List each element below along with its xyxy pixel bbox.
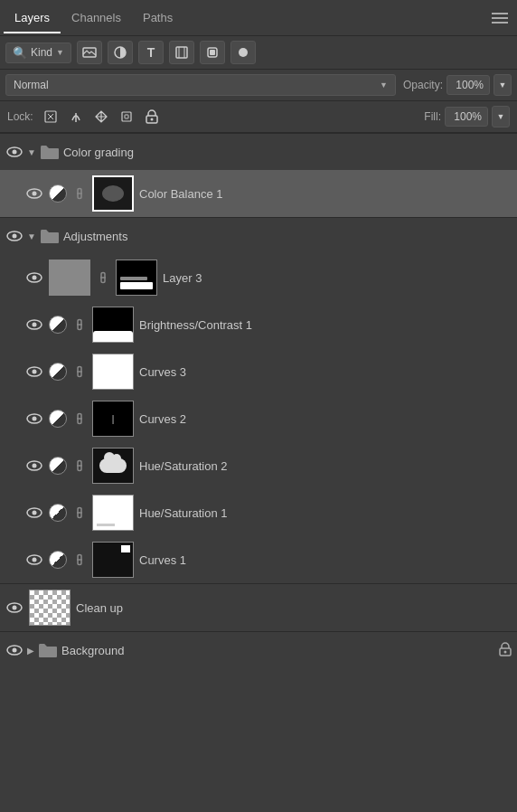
folder-icon-color-grading — [40, 144, 60, 160]
layer-color-balance-1[interactable]: Color Balance 1 — [0, 170, 517, 217]
effect-filter-button[interactable] — [230, 41, 256, 64]
group-adjustments[interactable]: ▼ Adjustments — [0, 218, 517, 254]
svg-rect-12 — [122, 112, 131, 121]
layer-curves-1-label: Curves 1 — [139, 553, 512, 567]
opacity-group: Opacity: 100% ▼ — [403, 74, 512, 96]
tab-channels[interactable]: Channels — [61, 4, 132, 32]
lock-move-button[interactable] — [91, 107, 111, 127]
eye-background[interactable] — [5, 645, 24, 656]
group-adjustments-label: Adjustments — [63, 230, 512, 243]
layer-cleanup-label: Clean up — [76, 601, 512, 615]
blend-mode-select[interactable]: Normal ▼ — [5, 74, 396, 96]
layer-layer3-label: Layer 3 — [163, 271, 512, 285]
layers-list: ▼ Color grading Color Balance 1 ▼ Adjust… — [0, 134, 517, 668]
eye-brightness-contrast-1[interactable] — [25, 319, 43, 330]
thumb-layer3 — [49, 260, 90, 296]
thumb-curves-1 — [92, 542, 134, 578]
link-icon-hue-saturation-2 — [72, 458, 87, 473]
tab-paths[interactable]: Paths — [132, 4, 183, 32]
svg-rect-13 — [125, 115, 128, 118]
layer-hue-saturation-2[interactable]: Hue/Saturation 2 — [0, 442, 517, 489]
opacity-label: Opacity: — [403, 79, 443, 91]
panel-menu-button[interactable] — [486, 7, 513, 29]
layer-brightness-contrast-1-label: Brightness/Contrast 1 — [139, 318, 512, 332]
adj-icon-curves-2 — [49, 410, 67, 428]
eye-adjustments[interactable] — [5, 231, 24, 241]
background-lock-icon — [499, 642, 512, 659]
svg-point-19 — [33, 192, 37, 196]
lock-all-button[interactable] — [142, 107, 162, 127]
layer-layer3[interactable]: Layer 3 — [0, 254, 517, 301]
lock-paint-button[interactable] — [66, 107, 86, 127]
chevron-color-grading[interactable]: ▼ — [27, 147, 36, 157]
adj-icon-hue-saturation-2 — [49, 457, 67, 475]
lock-artboard-button[interactable] — [117, 107, 136, 127]
link-icon-layer3 — [96, 270, 110, 285]
svg-point-42 — [33, 558, 37, 562]
smartobj-filter-button[interactable] — [200, 41, 225, 64]
shape-filter-button[interactable] — [169, 41, 194, 64]
layer-curves-2[interactable]: Curves 2 — [0, 395, 517, 442]
svg-point-22 — [13, 234, 17, 239]
kind-filter-select[interactable]: 🔍 Kind ▼ — [5, 42, 71, 63]
eye-cleanup[interactable] — [5, 602, 24, 613]
thumb-hue-saturation-2 — [92, 448, 134, 484]
fill-input[interactable]: 100% — [445, 107, 488, 127]
layer-background-label: Background — [61, 644, 495, 657]
lock-label: Lock: — [7, 110, 33, 123]
lock-fill-bar: Lock: Fill: 100% ▼ — [0, 101, 517, 133]
eye-layer3[interactable] — [25, 272, 43, 283]
text-filter-button[interactable]: T — [138, 41, 164, 64]
eye-curves-3[interactable] — [25, 366, 43, 377]
group-color-grading-label: Color grading — [63, 146, 512, 159]
adj-icon-color-balance-1 — [49, 184, 67, 203]
kind-filter-label: Kind — [31, 46, 52, 59]
eye-color-grading[interactable] — [5, 146, 24, 157]
svg-point-36 — [33, 464, 37, 468]
svg-point-39 — [33, 511, 37, 515]
fill-group: Fill: 100% ▼ — [424, 106, 510, 127]
layer-color-balance-1-label: Color Balance 1 — [139, 187, 512, 201]
tabs-header: Layers Channels Paths — [0, 0, 517, 36]
link-icon-curves-3 — [72, 364, 87, 379]
thumb-curves-3 — [92, 354, 134, 390]
layer-hue-saturation-1[interactable]: Hue/Saturation 1 — [0, 489, 517, 536]
folder-icon-adjustments — [40, 228, 60, 244]
lock-pixels-button[interactable] — [41, 107, 61, 127]
eye-hue-saturation-1[interactable] — [25, 507, 43, 518]
layer-curves-2-label: Curves 2 — [139, 412, 512, 426]
layer-brightness-contrast-1[interactable]: Brightness/Contrast 1 — [0, 301, 517, 348]
thumb-hue-saturation-1 — [92, 495, 134, 531]
image-filter-button[interactable] — [77, 41, 102, 64]
chevron-background[interactable]: ▶ — [27, 646, 34, 656]
layer-hue-saturation-2-label: Hue/Saturation 2 — [139, 459, 512, 473]
svg-rect-6 — [210, 50, 215, 55]
opacity-dropdown[interactable]: ▼ — [494, 74, 512, 96]
link-icon-color-balance-1 — [72, 186, 87, 201]
adj-icon-curves-1 — [49, 551, 67, 569]
adjustment-filter-button[interactable] — [108, 41, 133, 64]
eye-hue-saturation-2[interactable] — [25, 460, 43, 471]
thumb-brightness-contrast-1 — [92, 307, 134, 343]
chevron-adjustments[interactable]: ▼ — [27, 231, 36, 241]
svg-point-45 — [13, 606, 17, 610]
svg-point-47 — [13, 648, 17, 653]
layer-background[interactable]: ▶ Background — [0, 632, 517, 668]
eye-curves-1[interactable] — [25, 554, 43, 565]
eye-color-balance-1[interactable] — [25, 188, 43, 199]
tab-layers[interactable]: Layers — [4, 4, 61, 33]
filter-bar: 🔍 Kind ▼ T — [0, 36, 517, 70]
fill-dropdown[interactable]: ▼ — [492, 106, 510, 127]
opacity-input[interactable]: 100% — [446, 75, 490, 95]
layer-cleanup[interactable]: Clean up — [0, 584, 517, 631]
svg-rect-2 — [176, 47, 187, 58]
svg-point-15 — [150, 118, 153, 121]
adj-icon-brightness-contrast-1 — [49, 316, 67, 334]
folder-icon-background — [38, 642, 58, 658]
group-color-grading[interactable]: ▼ Color grading — [0, 134, 517, 170]
layer-curves-3[interactable]: Curves 3 — [0, 348, 517, 395]
link-icon-hue-saturation-1 — [72, 505, 87, 520]
layer-curves-1[interactable]: Curves 1 — [0, 536, 517, 583]
link-icon-brightness-contrast-1 — [72, 317, 87, 332]
eye-curves-2[interactable] — [25, 413, 43, 424]
